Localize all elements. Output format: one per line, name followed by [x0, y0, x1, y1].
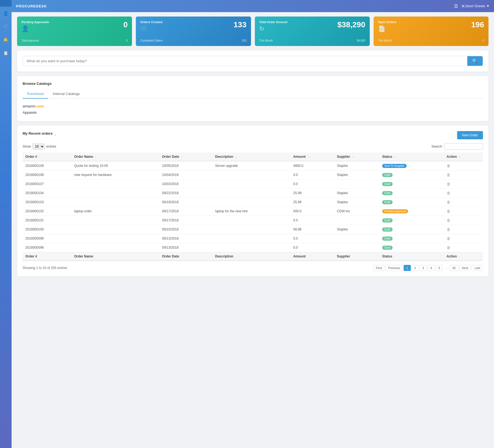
sort-icon-desc[interactable]: ↕	[235, 155, 237, 158]
collapse-icon[interactable]: ‹	[55, 133, 56, 137]
sidebar-icon-user[interactable]: 👤	[1, 8, 11, 18]
cell-order-name: laptop order	[71, 207, 159, 216]
sort-icon-order-num[interactable]: ↕	[39, 155, 41, 158]
delete-icon[interactable]: 🗑	[447, 236, 450, 241]
stat-total-sub-label: This Month	[259, 39, 273, 42]
orders-title: My Recent orders	[23, 131, 53, 135]
table-controls: Show 10 25 50 entries Search:	[23, 143, 483, 150]
page-26[interactable]: 26	[449, 265, 458, 271]
stat-pending-sub-label: Total Approval	[21, 39, 39, 42]
stat-card-open-orders: Open Orders 📄 196 This Month 3	[374, 17, 488, 46]
catalog-tabs: Punchouts Internal Catalogs	[23, 89, 483, 99]
page-prev[interactable]: Previous	[385, 265, 403, 271]
menu-icon[interactable]: ☰	[454, 4, 458, 9]
footer-supplier: Supplier	[334, 252, 379, 261]
cell-order-name: Quote for testing 10-05	[71, 161, 159, 170]
tab-internal-catalogs[interactable]: Internal Catalogs	[48, 89, 84, 99]
delete-icon[interactable]: 🗑	[447, 182, 450, 186]
stat-total-value: $38,290	[338, 20, 365, 29]
delete-icon[interactable]: 🗑	[447, 209, 450, 213]
stats-row: Pending Approvals 👤 0 Total Approval 0 O…	[17, 17, 488, 46]
stat-pending-value: 0	[123, 20, 128, 29]
stat-orders-sub: Completed Orders 105	[140, 39, 246, 42]
stat-card-pending-approvals: Pending Approvals 👤 0 Total Approval 0	[17, 17, 132, 46]
sort-icon-order-name[interactable]: ↕	[95, 155, 96, 158]
cell-order-name	[71, 216, 159, 225]
delete-icon[interactable]: 🗑	[447, 191, 450, 195]
cell-supplier	[334, 216, 379, 225]
page-first[interactable]: First	[373, 265, 385, 271]
stat-total-sub: This Month $4,800	[259, 39, 365, 42]
delete-icon[interactable]: 🗑	[447, 227, 450, 232]
footer-action: Action	[444, 252, 483, 261]
cell-action: 🗑	[444, 170, 483, 180]
sort-icon-supplier[interactable]: ↕	[352, 155, 353, 158]
delete-icon[interactable]: 🗑	[447, 218, 450, 222]
cell-status: Draft	[379, 243, 444, 252]
cell-action: 🗑	[444, 207, 483, 216]
search-button[interactable]: 🔍	[467, 56, 483, 66]
close-icon[interactable]: ✕	[461, 4, 465, 9]
cell-order-date: 09/17/2018	[159, 216, 212, 225]
sort-icon-status[interactable]: ↕	[394, 155, 396, 158]
cell-description	[212, 216, 290, 225]
status-badge: Draft	[382, 200, 393, 204]
orders-search-input[interactable]	[444, 143, 483, 150]
table-row: 2018000109 Quote for testing 10-05 10/05…	[23, 161, 483, 170]
cell-order-name	[71, 234, 159, 243]
search-label: Search:	[431, 145, 443, 148]
cell-action: 🗑	[444, 198, 483, 207]
cell-order-date: 09/19/2018	[159, 198, 212, 207]
stat-pending-sub: Total Approval 0	[21, 39, 128, 42]
cell-status: Draft	[379, 225, 444, 234]
sort-icon-amount[interactable]: ↕	[308, 155, 309, 158]
cell-description	[212, 243, 290, 252]
cell-description: laptop for the new hire	[212, 207, 290, 216]
delete-icon[interactable]: 🗑	[447, 173, 450, 177]
user-menu[interactable]: Jason Graves ▼	[465, 4, 490, 8]
tab-punchouts[interactable]: Punchouts	[23, 89, 48, 99]
cell-order-num: 2018000098	[23, 243, 71, 252]
catalog-item-amazon[interactable]: amazon.com	[23, 103, 483, 109]
entries-select[interactable]: 10 25 50	[33, 143, 45, 150]
cell-description	[212, 189, 290, 198]
page-4[interactable]: 4	[428, 265, 435, 271]
show-entries: Show 10 25 50 entries	[23, 143, 56, 150]
stat-open-sub-label: This Month	[378, 39, 392, 42]
page-5[interactable]: 5	[436, 265, 443, 271]
delete-icon[interactable]: 🗑	[447, 200, 450, 204]
delete-icon[interactable]: 🗑	[447, 164, 450, 168]
page-next[interactable]: Next	[459, 265, 471, 271]
cell-supplier: Staples	[334, 189, 379, 198]
page-3[interactable]: 3	[420, 265, 427, 271]
page-last[interactable]: Last	[472, 265, 483, 271]
delete-icon[interactable]: 🗑	[447, 245, 450, 250]
footer-amount: Amount	[290, 252, 334, 261]
cell-status: Draft	[379, 189, 444, 198]
cell-order-name: new request for hardware	[71, 170, 159, 180]
sidebar-icon-cart[interactable]: 🛒	[1, 21, 11, 31]
catalog-item-apparels[interactable]: Apparels	[23, 109, 483, 116]
sort-icon-action[interactable]: ↕	[459, 155, 460, 158]
cell-order-num: 2018000100	[23, 225, 71, 234]
page-2[interactable]: 2	[412, 265, 419, 271]
page-content: Pending Approvals 👤 0 Total Approval 0 O…	[12, 12, 494, 448]
cell-status: Draft	[379, 216, 444, 225]
sidebar-logo	[0, 0, 12, 7]
sidebar-icon-bell[interactable]: 🔔	[1, 35, 11, 45]
cell-order-num: 2018000109	[23, 161, 71, 170]
cell-order-num: 2018000102	[23, 207, 71, 216]
cell-order-date: 09/17/2018	[159, 207, 212, 216]
search-input[interactable]	[23, 56, 467, 66]
status-badge: Draft	[382, 218, 393, 222]
cell-supplier: Staples	[334, 161, 379, 170]
page-1[interactable]: 1	[404, 265, 411, 271]
page-buttons: First Previous 1 2 3 4 5 ... 26 Next Las…	[373, 265, 483, 271]
new-order-button[interactable]: New Order	[457, 131, 483, 139]
cell-order-date: 09/13/2018	[159, 234, 212, 243]
cell-supplier: Staples	[334, 225, 379, 234]
sidebar-icon-clipboard[interactable]: 📋	[1, 48, 11, 58]
sort-icon-order-date[interactable]: ↓	[181, 155, 182, 158]
search-section: 🔍	[17, 50, 488, 72]
cell-action: 🗑	[444, 243, 483, 252]
